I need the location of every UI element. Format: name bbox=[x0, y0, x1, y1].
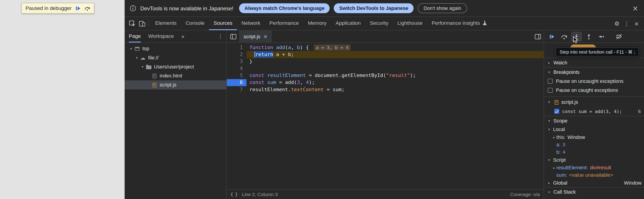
dont-show-again-button[interactable]: Don't show again bbox=[418, 3, 467, 13]
line-number-7[interactable]: 7 bbox=[227, 86, 246, 93]
expander-icon[interactable]: ▾ bbox=[140, 65, 145, 69]
infobar-close-icon[interactable]: × bbox=[632, 4, 639, 12]
expander-icon[interactable]: ▸ bbox=[552, 135, 556, 139]
breakpoint-code: const sum = add(3, 4); bbox=[562, 108, 635, 114]
line-number-3[interactable]: 3 bbox=[227, 58, 246, 65]
editor-tab-close-icon[interactable]: × bbox=[263, 33, 268, 39]
checkbox[interactable] bbox=[548, 88, 553, 93]
panel-tab-network[interactable]: Network bbox=[237, 17, 265, 30]
always-match-chrome-language-button[interactable]: Always match Chrome's language bbox=[239, 3, 330, 13]
step-button[interactable] bbox=[596, 32, 607, 41]
watch-section-header[interactable]: ▸ Watch bbox=[544, 58, 644, 67]
editor-tab-strip: script.js × bbox=[227, 30, 544, 43]
device-toolbar-icon[interactable] bbox=[137, 19, 147, 28]
variable-name: sum: bbox=[556, 172, 567, 178]
line-number-1[interactable]: 1 bbox=[227, 44, 246, 51]
breakpoint-groups: ▾script.jsconst sum = add(3, 4);6 bbox=[544, 96, 644, 116]
code-token: textContent bbox=[291, 86, 324, 92]
switch-devtools-to-japanese-button[interactable]: Switch DevTools to Japanese bbox=[334, 3, 414, 13]
devtools-close-icon[interactable]: × bbox=[632, 19, 642, 28]
code-text: const sum = add(3, 4); bbox=[246, 79, 544, 86]
toggle-debugger-sidebar-icon[interactable] bbox=[533, 32, 543, 41]
expander-icon: ▾ bbox=[547, 119, 552, 123]
navigator-menu-icon[interactable]: ⋮ bbox=[218, 33, 223, 39]
step-over-icon[interactable] bbox=[84, 6, 90, 11]
toggle-navigator-icon[interactable] bbox=[228, 32, 238, 41]
panel-tab-lighthouse[interactable]: Lighthouse bbox=[393, 17, 427, 30]
pretty-print-icon[interactable]: { } bbox=[230, 191, 237, 197]
expander-icon[interactable]: ▸ bbox=[547, 181, 552, 185]
call-stack-section-header[interactable]: ▾ Call Stack bbox=[544, 187, 644, 196]
scope-group-local[interactable]: ▾Local bbox=[544, 125, 644, 134]
line-number-2[interactable]: 2 bbox=[227, 51, 246, 58]
variable-name: a: bbox=[556, 142, 560, 148]
expander-icon[interactable]: ▾ bbox=[129, 47, 133, 51]
line-number-6[interactable]: 6 bbox=[227, 79, 246, 86]
scope-group-global[interactable]: ▸GlobalWindow bbox=[544, 179, 644, 187]
breakpoints-label: Breakpoints bbox=[554, 69, 580, 75]
navigator-tab-workspace[interactable]: Workspace bbox=[148, 30, 174, 42]
tree-item-script-js[interactable]: script.js bbox=[125, 80, 226, 89]
call-stack-label: Call Stack bbox=[554, 189, 576, 195]
deactivate-breakpoints-button[interactable] bbox=[614, 32, 625, 41]
scope-group-value: Window bbox=[624, 180, 642, 186]
tree-item-file[interactable]: ▾☁file:// bbox=[125, 53, 226, 62]
code-token: "result" bbox=[386, 73, 410, 78]
variable-value: 4 bbox=[563, 149, 565, 155]
panel-tab-sources[interactable]: Sources bbox=[209, 17, 237, 30]
panel-tab-elements[interactable]: Elements bbox=[150, 17, 181, 30]
step-out-button[interactable] bbox=[584, 32, 594, 41]
checkbox[interactable] bbox=[554, 109, 559, 114]
code-token: 4 bbox=[306, 79, 309, 85]
resume-script-icon[interactable] bbox=[75, 6, 81, 11]
tree-icon-wrap bbox=[145, 64, 152, 70]
scope-entry-a: a:3 bbox=[544, 141, 644, 148]
editor-tab-script-js[interactable]: script.js × bbox=[239, 30, 272, 42]
pause-option-pause-on-uncaught-exceptions[interactable]: Pause on uncaught exceptions bbox=[544, 77, 644, 86]
editor-pane: script.js × 1function add(a, b) {a = 3, … bbox=[227, 30, 544, 199]
scope-group-script[interactable]: ▾Script bbox=[544, 156, 644, 164]
step-into-button[interactable] bbox=[571, 32, 582, 41]
scope-section-header[interactable]: ▾ Scope bbox=[544, 116, 644, 125]
scope-entry-this[interactable]: ▸this:Window bbox=[544, 133, 644, 141]
tree-item-label: script.js bbox=[160, 82, 176, 88]
pause-option-pause-on-caught-exceptions[interactable]: Pause on caught exceptions bbox=[544, 86, 644, 95]
tree-item-top[interactable]: ▾top bbox=[125, 44, 226, 53]
breakpoint-entry[interactable]: const sum = add(3, 4);6 bbox=[544, 107, 644, 116]
expander-icon[interactable]: ▾ bbox=[135, 56, 139, 60]
panel-tab-console[interactable]: Console bbox=[181, 17, 209, 30]
panel-tab-security[interactable]: Security bbox=[365, 17, 393, 30]
line-number-5[interactable]: 5 bbox=[227, 72, 246, 79]
checkbox[interactable] bbox=[548, 79, 553, 84]
more-tabs-icon[interactable]: » bbox=[181, 33, 184, 39]
line-number-4[interactable]: 4 bbox=[227, 65, 246, 72]
code-token: sum bbox=[267, 79, 276, 85]
kebab-menu-icon[interactable]: ⋮ bbox=[622, 19, 632, 28]
panel-tab-memory[interactable]: Memory bbox=[304, 17, 331, 30]
tree-item-index-html[interactable]: index.html bbox=[125, 71, 226, 80]
panel-tab-performance-insights[interactable]: Performance insights bbox=[427, 17, 491, 30]
panel-tab-application[interactable]: Application bbox=[331, 17, 365, 30]
navigator-tab-page[interactable]: Page bbox=[129, 30, 141, 42]
expander-icon[interactable]: ▾ bbox=[547, 100, 552, 104]
breakpoints-section-header[interactable]: ▾ Breakpoints bbox=[544, 67, 644, 77]
settings-gear-icon[interactable]: ⚙ bbox=[612, 19, 622, 28]
inspect-element-icon[interactable] bbox=[127, 19, 137, 28]
code-line-7: 7resultElement.textContent = sum; bbox=[227, 86, 544, 93]
code-line-4: 4 bbox=[227, 65, 544, 72]
expander-icon[interactable]: ▾ bbox=[547, 158, 552, 162]
debugger-sidebar: Step into next function call - F11 - ⌘ ;… bbox=[544, 30, 644, 199]
infobar: DevTools is now available in Japanese! A… bbox=[125, 0, 644, 17]
variable-name: b: bbox=[556, 149, 560, 155]
expander-icon[interactable]: ▸ bbox=[552, 166, 556, 170]
code-token: 3 bbox=[297, 79, 300, 85]
step-over-button[interactable] bbox=[559, 32, 570, 41]
resume-button[interactable] bbox=[546, 32, 557, 41]
expander-icon: ▾ bbox=[547, 70, 552, 74]
breakpoint-file-group-script-js[interactable]: ▾script.js bbox=[544, 98, 644, 107]
tree-item-users-user-project[interactable]: ▾Users/user/project bbox=[125, 62, 226, 71]
scope-entry-resultelement[interactable]: ▸resultElement:div#result bbox=[544, 164, 644, 171]
code-line-5: 5const resultElement = document.getEleme… bbox=[227, 72, 544, 79]
panel-tab-performance[interactable]: Performance bbox=[265, 17, 303, 30]
expander-icon[interactable]: ▾ bbox=[547, 127, 552, 131]
